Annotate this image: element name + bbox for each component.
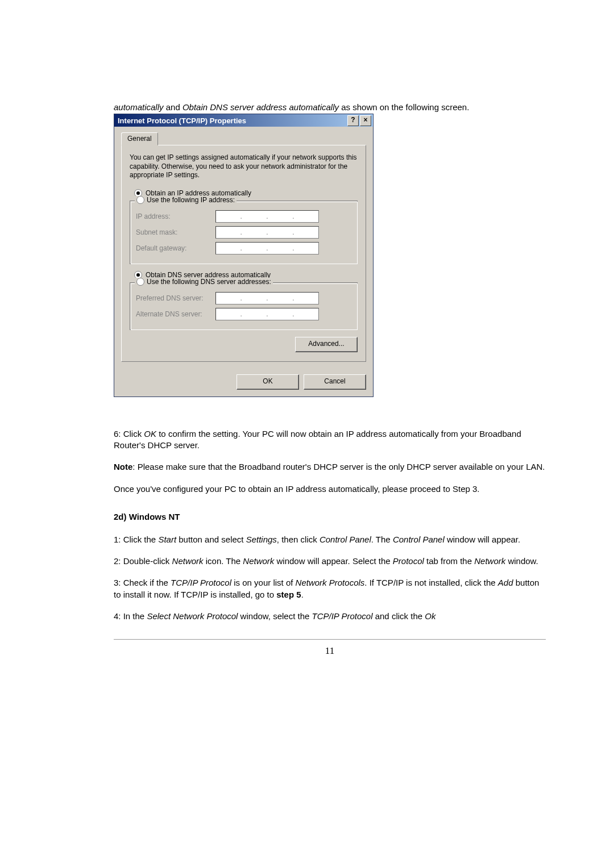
preferred-dns-label: Preferred DNS server:	[136, 294, 215, 302]
alternate-dns-label: Alternate DNS server:	[136, 310, 215, 318]
tab-general[interactable]: General	[121, 132, 158, 145]
footer-divider	[114, 639, 546, 640]
radio-dot-icon	[136, 196, 144, 204]
titlebar: Internet Protocol (TCP/IP) Properties ? …	[114, 114, 373, 127]
subnet-mask-label: Subnet mask:	[136, 228, 215, 236]
page-number: 11	[114, 645, 546, 657]
intro-text: automatically and Obtain DNS server addr…	[114, 102, 546, 112]
radio-label: Use the following DNS server addresses:	[147, 278, 271, 286]
advanced-button[interactable]: Advanced...	[295, 337, 358, 352]
intro-em2: Obtain DNS server address automatically	[182, 102, 339, 112]
default-gateway-label: Default gateway:	[136, 244, 215, 252]
help-icon[interactable]: ?	[347, 115, 359, 126]
close-icon[interactable]: ×	[360, 115, 371, 126]
dialog-description: You can get IP settings assigned automat…	[130, 153, 358, 180]
radio-use-following-ip[interactable]: Use the following IP address:	[135, 196, 237, 204]
general-tab-panel: You can get IP settings assigned automat…	[121, 145, 366, 362]
dns-manual-group: Use the following DNS server addresses: …	[130, 282, 358, 330]
once-text: Once you've configured your PC to obtain…	[114, 483, 546, 495]
note-text: Note: Please make sure that the Broadban…	[114, 461, 546, 473]
dialog-title: Internet Protocol (TCP/IP) Properties	[118, 116, 347, 125]
step-3-text: 3: Check if the TCP/IP Protocol is on yo…	[114, 577, 546, 600]
step-4-text: 4: In the Select Network Protocol window…	[114, 611, 546, 622]
cancel-button[interactable]: Cancel	[304, 374, 366, 390]
step-6-text: 6: Click OK to confirm the setting. Your…	[114, 428, 546, 452]
radio-label: Use the following IP address:	[147, 196, 235, 204]
step-2-text: 2: Double-click Network icon. The Networ…	[114, 556, 546, 567]
preferred-dns-input[interactable]: ...	[215, 292, 319, 304]
step-1-text: 1: Click the Start button and select Set…	[114, 534, 546, 545]
ok-button[interactable]: OK	[237, 374, 299, 390]
subnet-mask-input[interactable]: ...	[215, 226, 319, 239]
radio-use-following-dns[interactable]: Use the following DNS server addresses:	[135, 278, 273, 286]
intro-em1: automatically	[114, 102, 164, 112]
default-gateway-input[interactable]: ...	[215, 242, 319, 254]
section-heading: 2d) Windows NT	[114, 512, 546, 521]
tcpip-properties-dialog: Internet Protocol (TCP/IP) Properties ? …	[114, 114, 374, 397]
radio-dot-icon	[136, 278, 144, 286]
ip-manual-group: Use the following IP address: IP address…	[130, 201, 358, 264]
alternate-dns-input[interactable]: ...	[215, 308, 319, 320]
ip-address-label: IP address:	[136, 212, 215, 220]
ip-address-input[interactable]: ...	[215, 210, 319, 223]
